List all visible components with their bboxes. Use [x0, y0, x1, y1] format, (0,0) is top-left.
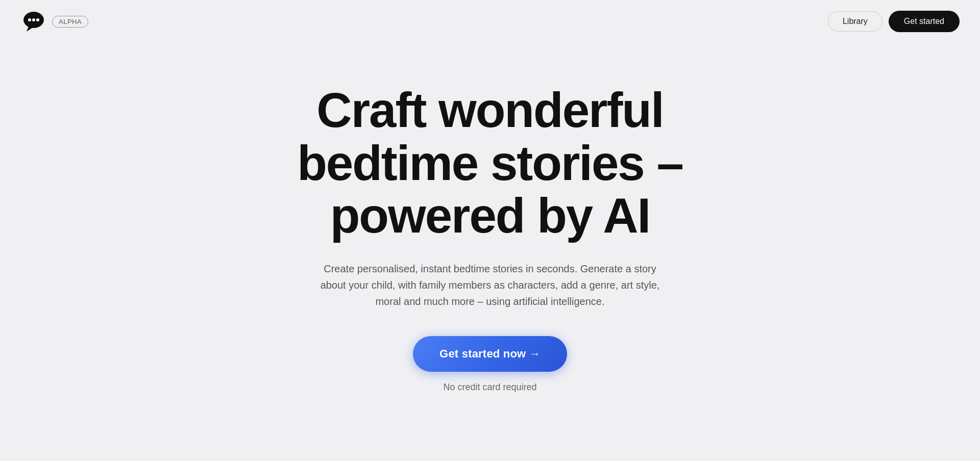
svg-point-4 [36, 18, 39, 21]
no-credit-card-label: No credit card required [443, 382, 536, 393]
library-button[interactable]: Library [828, 11, 883, 32]
navbar: ALPHA Library Get started [0, 0, 980, 43]
hero-section: Craft wonderful bedtime stories – powere… [0, 43, 980, 423]
hero-title: Craft wonderful bedtime stories – powere… [260, 84, 720, 242]
hero-subtitle: Create personalised, instant bedtime sto… [316, 261, 664, 310]
svg-point-3 [32, 18, 35, 21]
alpha-badge: ALPHA [52, 16, 88, 28]
logo-icon [20, 8, 47, 35]
nav-right: Library Get started [828, 11, 960, 32]
nav-left: ALPHA [20, 8, 88, 35]
cta-get-started-button[interactable]: Get started now → [413, 336, 567, 372]
logo-svg [21, 9, 46, 34]
nav-get-started-button[interactable]: Get started [889, 11, 960, 32]
svg-point-2 [28, 18, 31, 21]
